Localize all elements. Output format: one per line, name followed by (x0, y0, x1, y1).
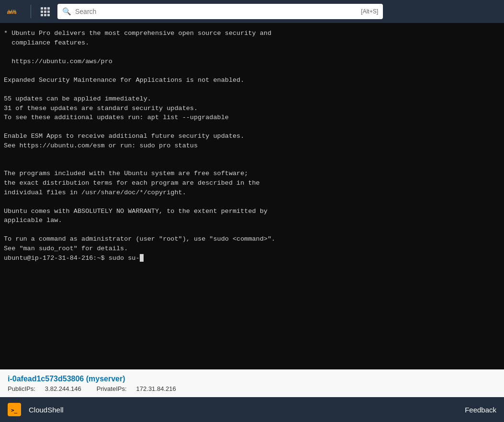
svg-text:>_: >_ (11, 407, 18, 413)
aws-logo[interactable]: aws (6, 3, 23, 20)
top-navigation: aws 🔍 [Alt+S] (0, 0, 504, 23)
public-ip-value: 3.82.244.146 (45, 385, 81, 392)
bottom-bar: >_ CloudShell Feedback (0, 397, 504, 422)
feedback-button[interactable]: Feedback (465, 406, 496, 414)
nav-divider (31, 5, 31, 18)
svg-text:aws: aws (7, 9, 16, 15)
terminal-prompt-line: ubuntu@ip-172-31-84-216:~$ sudo su- (4, 254, 500, 263)
search-bar[interactable]: 🔍 [Alt+S] (57, 4, 383, 19)
cloudshell-icon: >_ (8, 403, 21, 416)
search-input[interactable] (75, 8, 357, 15)
private-ips-label: PrivateIPs: (97, 385, 127, 392)
terminal-cursor (140, 254, 144, 262)
instance-id[interactable]: i-0afead1c573d53806 (myserver) (8, 375, 496, 383)
search-icon: 🔍 (62, 7, 71, 16)
terminal-text: * Ubuntu Pro delivers the most comprehen… (4, 29, 500, 254)
terminal-container[interactable]: * Ubuntu Pro delivers the most comprehen… (0, 23, 504, 369)
instance-info-bar: i-0afead1c573d53806 (myserver) PublicIPs… (0, 369, 504, 397)
private-ip-value: 172.31.84.216 (136, 385, 176, 392)
apps-menu-icon[interactable] (39, 5, 52, 18)
search-shortcut: [Alt+S] (361, 8, 378, 15)
instance-ips: PublicIPs: 3.82.244.146 PrivateIPs: 172.… (8, 385, 496, 392)
terminal-output: * Ubuntu Pro delivers the most comprehen… (0, 23, 504, 369)
cloudshell-label: CloudShell (29, 406, 64, 414)
terminal-prompt: ubuntu@ip-172-31-84-216:~$ sudo su- (4, 254, 140, 263)
public-ips-label: PublicIPs: (8, 385, 35, 392)
